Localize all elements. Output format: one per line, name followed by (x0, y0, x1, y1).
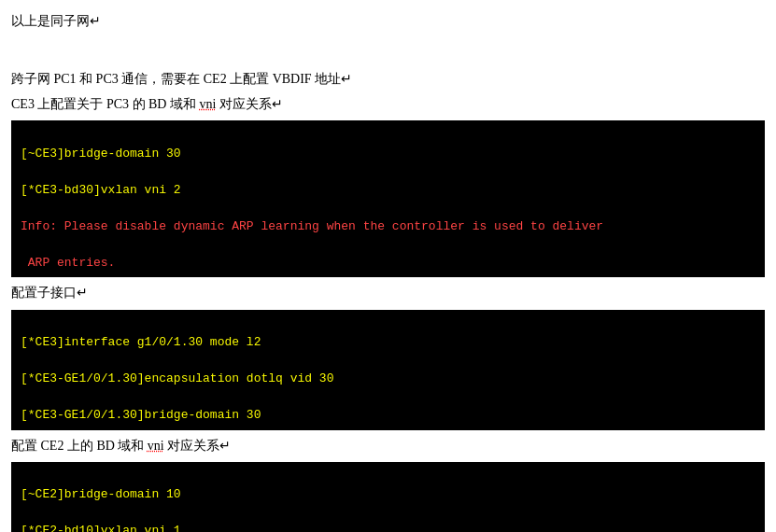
vni-underline-2: vni (148, 439, 164, 453)
ce2-bd-label-text: 配置 CE2 上的 BD 域和 vni 对应关系↵ (11, 439, 231, 453)
code-line-2-1: [*CE3]interface g1/0/1.30 mode l2 (21, 335, 261, 349)
line-title-text: 以上是同子网↵ (11, 14, 101, 28)
ce3-bd-text: CE3 上配置关于 PC3 的 BD 域和 vni 对应关系↵ (11, 97, 283, 111)
cross-subnet-desc: 跨子网 PC1 和 PC3 通信，需要在 CE2 上配置 VBDIF 地址↵ (11, 69, 765, 90)
code-line-1-1: [~CE3]bridge-domain 30 (21, 147, 181, 161)
empty-line-1 (11, 35, 765, 50)
line-title: 以上是同子网↵ (11, 11, 765, 32)
ce3-bd-desc: CE3 上配置关于 PC3 的 BD 域和 vni 对应关系↵ (11, 94, 765, 115)
vni-underline-1: vni (199, 97, 216, 111)
code-line-1-4: ARP entries. (21, 256, 115, 270)
ce2-bd-label: 配置 CE2 上的 BD 域和 vni 对应关系↵ (11, 436, 765, 456)
empty-line-2 (11, 50, 765, 65)
interface-label: 配置子接口↵ (11, 283, 765, 303)
code-line-2-2: [*CE3-GE1/0/1.30]encapsulation dotlq vid… (21, 371, 333, 385)
code-block-3: [~CE2]bridge-domain 10 [*CE2-bd10]vxlan … (11, 462, 765, 532)
code-block-1: [~CE3]bridge-domain 30 [*CE3-bd30]vxlan … (11, 120, 765, 277)
code-line-3-1: [~CE2]bridge-domain 10 (21, 487, 181, 501)
interface-label-text: 配置子接口↵ (11, 286, 88, 300)
code-block-2: [*CE3]interface g1/0/1.30 mode l2 [*CE3-… (11, 310, 765, 430)
code-line-3-2: [*CE2-bd10]vxlan vni 1 (21, 524, 181, 532)
code-line-1-3: Info: Please disable dynamic ARP learnin… (21, 219, 603, 233)
cross-subnet-text: 跨子网 PC1 和 PC3 通信，需要在 CE2 上配置 VBDIF 地址↵ (11, 72, 352, 86)
code-line-2-3: [*CE3-GE1/0/1.30]bridge-domain 30 (21, 408, 261, 422)
code-line-1-2: [*CE3-bd30]vxlan vni 2 (21, 183, 181, 197)
